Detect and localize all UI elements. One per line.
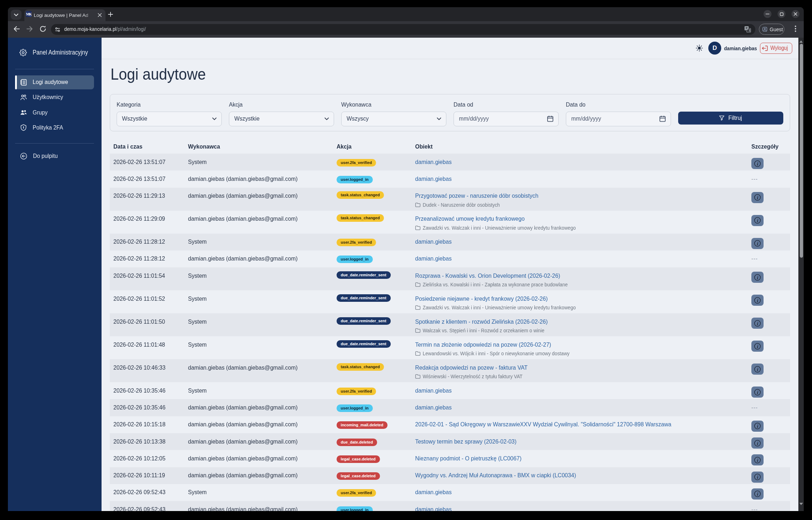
- svg-text:i: i: [757, 195, 758, 200]
- svg-text:i: i: [757, 298, 758, 303]
- svg-text:i: i: [757, 343, 758, 349]
- svg-text:i: i: [757, 320, 758, 326]
- svg-text:i: i: [757, 241, 758, 246]
- svg-text:i: i: [757, 366, 758, 372]
- svg-text:i: i: [757, 474, 758, 480]
- svg-text:i: i: [757, 161, 758, 166]
- svg-text:i: i: [757, 218, 758, 223]
- svg-text:i: i: [757, 440, 758, 446]
- svg-text:i: i: [757, 491, 758, 497]
- svg-text:i: i: [757, 423, 758, 429]
- svg-text:i: i: [757, 389, 758, 395]
- svg-text:i: i: [757, 457, 758, 463]
- svg-text:i: i: [757, 275, 758, 280]
